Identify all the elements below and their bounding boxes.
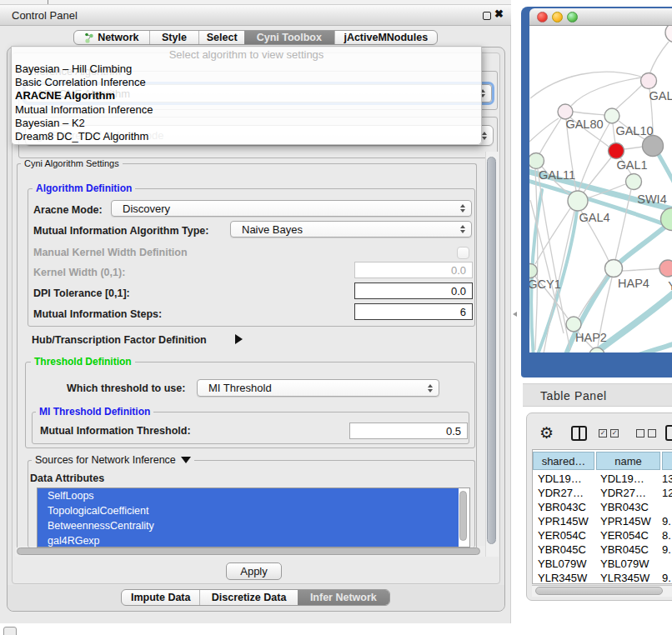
network-node-label: GAL4 [579,211,609,224]
minimize-traffic-light[interactable] [552,12,563,22]
which-threshold-label: Which threshold to use: [67,382,185,394]
table-cell[interactable]: YBR045C [538,543,586,556]
settings-vscrollbar-thumb[interactable] [487,157,496,544]
table-cell[interactable]: YBR043C [600,501,649,513]
algorithm-option[interactable]: Mutual Information Inference [12,103,481,117]
algorithm-option[interactable]: Basic Correlation Inference [12,76,481,89]
mi-type-label: Mutual Information Algorithm Type: [33,225,208,237]
control-panel-titlebar: Control Panel ✖ [0,5,511,26]
attribute-list-item[interactable]: TopologicalCoefficient [38,503,459,518]
network-node-label: GAL80 [565,118,603,131]
table-cell[interactable]: YER054C [538,529,586,542]
algorithm-option[interactable]: Dream8 DC_TDC Algorithm [12,130,481,143]
table-cell[interactable]: YBR045C [600,543,649,556]
table-gear-icon[interactable]: ⚙ [539,423,554,442]
tab-style[interactable]: Style [149,31,199,44]
tab-network[interactable]: Network [74,31,149,44]
network-node[interactable] [609,143,624,159]
mi-threshold-label: Mutual Information Threshold: [40,425,191,437]
mi-threshold-input[interactable]: 0.5 [349,422,468,439]
network-node-label: GAL10 [615,124,653,138]
table-cell[interactable]: 9. [662,543,671,556]
select-all-checkbox2-icon[interactable]: ✓ [610,429,619,438]
table-cell[interactable]: YDR27… [538,487,584,499]
sources-collapse-icon[interactable] [181,457,191,463]
table-cell[interactable]: YBR043C [538,501,586,513]
zoom-traffic-light[interactable] [567,12,578,22]
table-cell[interactable]: 12 [662,487,672,499]
deselect-checkbox2-icon[interactable] [648,429,656,438]
tab-cyni-toolbox[interactable]: Cyni Toolbox [244,31,334,44]
hub-definition-label[interactable]: Hub/Transcription Factor Definition [32,334,207,346]
aracne-mode-label: Aracne Mode: [33,204,103,216]
settings-hscrollbar-thumb[interactable] [17,548,480,555]
panel-tab-bar: Network Style Select Cyni Toolbox jActiv… [73,30,438,45]
window-title: Control Panel [12,9,78,22]
dpi-tolerance-input[interactable]: 0.0 [354,282,473,299]
dpi-tolerance-label: DPI Tolerance [0,1]: [33,288,130,299]
table-cell[interactable]: YER054C [600,529,649,542]
attribute-list-item[interactable]: SelfLoops [38,488,459,503]
table-cell[interactable]: YLR345W [538,572,587,584]
aracne-mode-combo[interactable]: Discovery [111,200,472,217]
hub-expand-icon[interactable] [235,334,243,344]
table-cell[interactable]: YLR345W [600,572,649,584]
column-header[interactable]: A [662,452,672,470]
table-cell[interactable]: YDL19… [538,472,582,485]
tab-impute-data[interactable]: Impute Data [122,590,199,605]
network-node-label: GAL8 [649,89,672,102]
algorithm-option[interactable]: ARACNE Algorithm [12,89,481,102]
tab-jactivemnodules[interactable]: jActiveMNodules [334,31,437,44]
apply-button[interactable]: Apply [226,562,282,580]
column-header[interactable]: name [596,452,660,470]
table-cell[interactable]: YPR145W [600,515,651,528]
table-cell[interactable]: 8. [662,529,671,542]
table-cell[interactable]: YPR145W [538,515,589,528]
mi-type-combo[interactable]: Naive Bayes [230,221,472,238]
table-columns-icon[interactable] [571,426,587,441]
table-cell[interactable]: 9. [662,572,671,584]
network-node[interactable] [659,260,672,277]
close-traffic-light[interactable] [537,12,548,22]
node-table: shared…nameA YDL19…YDL19…13YDR27…YDR27…1… [532,449,672,584]
sources-title: Sources for Network Inference [32,454,194,466]
table-cell[interactable]: YDR27… [600,487,646,499]
table-extra-icon[interactable] [665,425,672,441]
tab-discretize-data[interactable]: Discretize Data [199,590,297,605]
network-node-label: SWI4 [637,192,666,206]
table-cell[interactable]: 13 [662,472,672,485]
tab-infer-network[interactable]: Infer Network [298,590,389,605]
network-node[interactable] [604,108,619,123]
network-node[interactable] [605,260,623,278]
attribute-list-item[interactable]: gal4RGexp [38,533,459,548]
manual-kernel-checkbox[interactable] [457,247,469,259]
deselect-checkbox-icon[interactable] [636,429,644,438]
algorithm-option[interactable]: Bayesian – Hill Climbing [12,62,481,76]
network-node[interactable] [641,73,657,89]
mi-steps-input[interactable]: 6 [354,303,473,320]
which-threshold-combo[interactable]: MI Threshold [197,379,439,397]
attribute-list-item[interactable]: BetweennessCentrality [38,518,459,533]
network-node[interactable] [566,317,581,332]
table-cell[interactable]: YBL079W [538,558,587,570]
network-node[interactable] [626,174,642,190]
table-hscrollbar-thumb[interactable] [535,587,663,595]
select-all-checkbox-icon[interactable]: ✓ [599,429,607,438]
table-cell[interactable]: YBL079W [600,558,649,570]
tab-select[interactable]: Select [198,31,244,44]
network-node[interactable] [529,153,544,169]
close-window-icon[interactable]: ✖ [494,8,504,20]
float-window-button[interactable] [483,12,491,20]
data-attributes-list[interactable]: SelfLoopsTopologicalCoefficientBetweenne… [37,488,470,548]
network-node-label: GAL1 [616,158,647,172]
network-node[interactable] [568,191,588,211]
table-cell[interactable]: YDL19… [600,472,644,485]
algorithm-option[interactable]: Bayesian – K2 [12,117,481,130]
column-header[interactable]: shared… [533,452,594,470]
table-cell[interactable]: 9. [662,515,671,528]
network-canvas[interactable]: GAL8GAL80GAL10GAL1GAL11SWI4GAL4GCY1HAP4Y… [529,26,672,352]
kernel-width-input[interactable]: 0.0 [354,262,473,278]
network-node[interactable] [643,136,664,157]
list-vscrollbar-thumb[interactable] [459,491,467,541]
dock-icon[interactable] [3,627,17,635]
